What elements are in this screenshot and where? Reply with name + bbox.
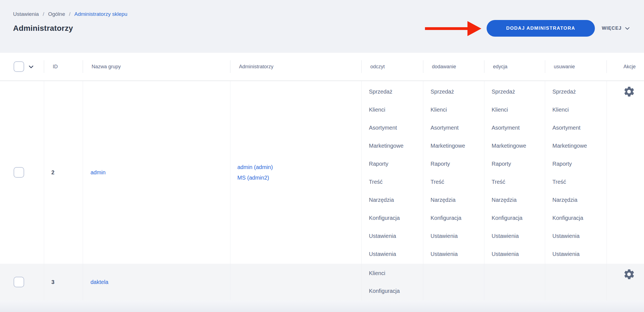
page-bottom-area bbox=[0, 300, 644, 312]
permission-item: Asortyment bbox=[552, 119, 604, 137]
row-group-name-cell: daktela bbox=[83, 264, 230, 300]
permission-item: Konfiguracja bbox=[492, 209, 542, 227]
row-group-name-cell: admin bbox=[83, 81, 230, 264]
chevron-down-icon bbox=[624, 25, 630, 31]
row-settings-gear-icon[interactable] bbox=[623, 85, 635, 98]
column-header-actions: Akcje bbox=[607, 53, 644, 80]
breadcrumb: Ustawienia / Ogólne / Administratorzy sk… bbox=[13, 11, 127, 17]
permission-item: Treść bbox=[431, 173, 481, 191]
permission-item: Raporty bbox=[431, 155, 481, 173]
permission-item: Sprzedaż bbox=[431, 83, 481, 101]
row-id-cell: 2 bbox=[44, 81, 83, 264]
permission-item: Marketingowe bbox=[552, 137, 604, 155]
page-header: Ustawienia / Ogólne / Administratorzy sk… bbox=[0, 0, 644, 53]
permission-item: Klienci bbox=[369, 101, 420, 119]
permission-item: Narzędzia bbox=[492, 191, 542, 209]
permission-item: Marketingowe bbox=[492, 137, 542, 155]
permission-item: Narzędzia bbox=[552, 191, 604, 209]
permission-item: Konfiguracja bbox=[552, 209, 604, 227]
row-settings-gear-icon[interactable] bbox=[623, 268, 635, 280]
permission-item: Konfiguracja bbox=[431, 209, 481, 227]
permissions-add-cell bbox=[423, 264, 484, 300]
breadcrumb-separator: / bbox=[69, 11, 71, 17]
row-select-cell bbox=[0, 81, 44, 264]
permission-item: Narzędzia bbox=[431, 191, 481, 209]
administrator-link[interactable]: admin (admin) bbox=[237, 162, 361, 172]
breadcrumb-separator: / bbox=[43, 11, 44, 17]
permission-item: Klienci bbox=[369, 264, 420, 282]
table-row-daktela: 3 daktela KlienciKonfiguracja bbox=[0, 264, 644, 300]
permission-item: Konfiguracja bbox=[369, 282, 420, 300]
permissions-read-cell: SprzedażKlienciAsortymentMarketingoweRap… bbox=[361, 81, 423, 264]
permissions-read-cell: KlienciKonfiguracja bbox=[361, 264, 423, 300]
row-actions-cell bbox=[607, 81, 644, 264]
annotation-arrow-shaft bbox=[425, 27, 468, 30]
permission-item: Treść bbox=[492, 173, 542, 191]
permissions-delete-cell bbox=[545, 264, 607, 300]
permission-item: Narzędzia bbox=[369, 191, 420, 209]
permission-item: Treść bbox=[552, 173, 604, 191]
column-header-id: ID bbox=[44, 53, 83, 80]
permission-item: Marketingowe bbox=[431, 137, 481, 155]
row-id-cell: 3 bbox=[44, 264, 83, 300]
permission-item: Ustawienia bbox=[552, 245, 604, 263]
breadcrumb-item-ustawienia[interactable]: Ustawienia bbox=[13, 11, 39, 17]
permission-item: Raporty bbox=[552, 155, 604, 173]
table-header-select-cell bbox=[0, 53, 44, 80]
column-header-administrators: Administratorzy bbox=[230, 53, 361, 80]
administrators-table: ID Nazwa grupy Administratorzy odczyt do… bbox=[0, 53, 644, 300]
row-administrators-cell bbox=[230, 264, 361, 300]
permission-item: Sprzedaż bbox=[552, 83, 604, 101]
column-header-delete: usuwanie bbox=[545, 53, 607, 80]
permission-item: Marketingowe bbox=[369, 137, 420, 155]
permission-item: Asortyment bbox=[369, 119, 420, 137]
row-select-checkbox[interactable] bbox=[14, 167, 24, 178]
permission-item: Ustawienia bbox=[492, 245, 542, 263]
row-select-checkbox[interactable] bbox=[14, 277, 24, 287]
group-name-link[interactable]: daktela bbox=[90, 279, 109, 285]
permission-item: Raporty bbox=[369, 155, 420, 173]
permission-item: Treść bbox=[369, 173, 420, 191]
select-menu-chevron-icon[interactable] bbox=[27, 63, 35, 70]
admin-panel-screen: Ustawienia / Ogólne / Administratorzy sk… bbox=[0, 0, 644, 312]
add-administrator-button[interactable]: DODAJ ADMINISTRATORA bbox=[487, 20, 595, 37]
permission-item: Klienci bbox=[492, 101, 542, 119]
breadcrumb-item-ogolne[interactable]: Ogólne bbox=[48, 11, 65, 17]
select-all-checkbox[interactable] bbox=[14, 61, 24, 72]
breadcrumb-item-administratorzy-sklepu[interactable]: Administratorzy sklepu bbox=[74, 11, 127, 17]
table-header-row: ID Nazwa grupy Administratorzy odczyt do… bbox=[0, 53, 644, 81]
permissions-edit-cell: SprzedażKlienciAsortymentMarketingoweRap… bbox=[484, 81, 545, 264]
page-title: Administratorzy bbox=[13, 24, 73, 33]
administrator-link[interactable]: MS (admin2) bbox=[237, 172, 361, 183]
row-select-cell bbox=[0, 264, 44, 300]
row-actions-cell bbox=[607, 264, 644, 300]
permission-item: Konfiguracja bbox=[369, 209, 420, 227]
more-button[interactable]: WIĘCEJ bbox=[602, 20, 630, 37]
group-name-link[interactable]: admin bbox=[90, 169, 105, 176]
permissions-delete-cell: SprzedażKlienciAsortymentMarketingoweRap… bbox=[545, 81, 607, 264]
annotation-arrow-head bbox=[467, 21, 481, 36]
table-row-admin: 2 admin admin (admin) MS (admin2) Sprzed… bbox=[0, 81, 644, 264]
permission-item: Ustawienia bbox=[431, 245, 481, 263]
column-header-read: odczyt bbox=[361, 53, 423, 80]
permission-item: Ustawienia bbox=[492, 227, 542, 245]
permission-item: Raporty bbox=[492, 155, 542, 173]
permission-item: Asortyment bbox=[492, 119, 542, 137]
row-administrators-cell: admin (admin) MS (admin2) bbox=[230, 81, 361, 264]
permission-item: Sprzedaż bbox=[369, 83, 420, 101]
permission-item: Asortyment bbox=[431, 119, 481, 137]
column-header-edit: edycja bbox=[484, 53, 545, 80]
column-header-add: dodawanie bbox=[423, 53, 484, 80]
permissions-edit-cell bbox=[484, 264, 545, 300]
permission-item: Ustawienia bbox=[431, 227, 481, 245]
permission-item: Ustawienia bbox=[552, 227, 604, 245]
permission-item: Ustawienia bbox=[369, 227, 420, 245]
permission-item: Klienci bbox=[552, 101, 604, 119]
column-header-group-name: Nazwa grupy bbox=[83, 53, 230, 80]
permissions-add-cell: SprzedażKlienciAsortymentMarketingoweRap… bbox=[423, 81, 484, 264]
permission-item: Ustawienia bbox=[369, 245, 420, 263]
permission-item: Klienci bbox=[431, 101, 481, 119]
permission-item: Sprzedaż bbox=[492, 83, 542, 101]
more-button-label: WIĘCEJ bbox=[602, 26, 622, 31]
